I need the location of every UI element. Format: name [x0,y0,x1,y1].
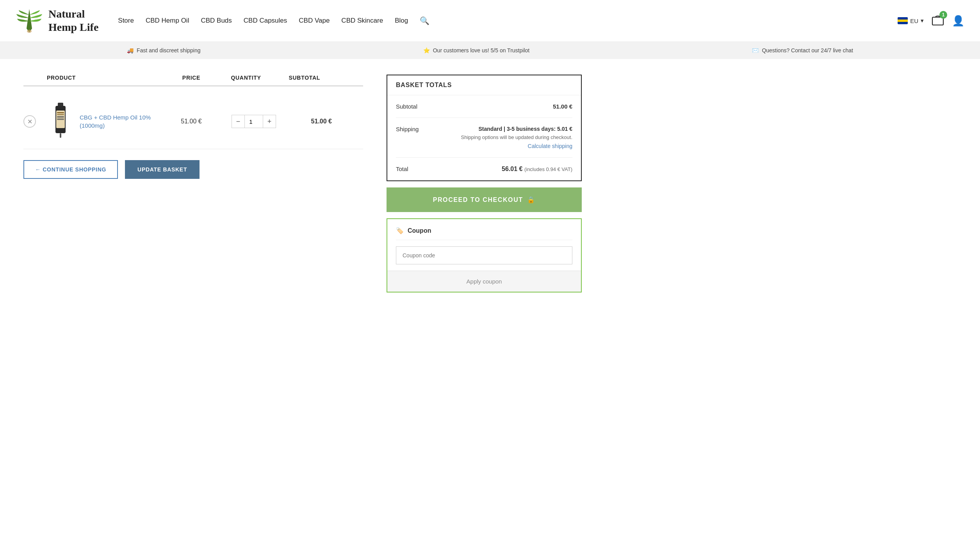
update-basket-button[interactable]: UPDATE BASKET [125,160,200,179]
main-nav: Store CBD Hemp Oil CBD Buds CBD Capsules… [118,16,898,25]
svg-rect-9 [57,118,64,118]
shipping-standard: Standard | 3-5 business days: 5.01 € [461,126,572,132]
shipping-details: Standard | 3-5 business days: 5.01 € Shi… [461,126,572,150]
logo-text: Natural Hemp Life [48,7,98,34]
cart-button[interactable]: 1 [931,13,945,29]
product-image [47,102,74,141]
shipping-label: Shipping [396,126,419,132]
coupon-code-input[interactable] [396,246,572,264]
totals-body: Subtotal 51.00 € Shipping Standard | 3-5… [387,95,581,180]
basket-totals-box: BASKET TOTALS Subtotal 51.00 € Shipping … [387,75,582,181]
nav-cbd-buds[interactable]: CBD Buds [201,17,232,25]
product-name-link[interactable]: CBG + CBD Hemp Oil 10% (1000mg) [80,113,164,130]
banner-shipping: 🚚 Fast and discreet shipping [127,47,200,54]
svg-rect-8 [57,116,64,117]
proceed-to-checkout-button[interactable]: PROCEED TO CHECKOUT 🔒 [387,187,582,212]
total-amount: 56.01 € [502,166,522,172]
total-label: Total [396,166,408,172]
nav-cbd-capsules[interactable]: CBD Capsules [244,17,287,25]
main-content: PRODUCT PRICE QUANTITY SUBTOTAL ✕ [0,59,980,308]
col-remove [23,75,47,81]
truck-icon: 🚚 [127,47,134,54]
subtotal-label: Subtotal [396,103,417,110]
coupon-title: 🏷️ Coupon [396,227,572,240]
banner-trustpilot: ⭐ Our customers love us! 5/5 on Trustpil… [423,47,529,54]
quantity-increase-button[interactable]: + [263,115,276,128]
table-row: ✕ [23,94,363,149]
col-product-header: PRODUCT [47,75,164,81]
product-subtotal: 51.00 € [289,118,336,125]
header-right: EU ▾ 1 👤 [898,13,964,29]
region-label: EU [910,18,918,24]
totals-section: BASKET TOTALS Subtotal 51.00 € Shipping … [387,75,582,292]
basket-totals-title: BASKET TOTALS [387,75,581,95]
coupon-title-text: Coupon [408,227,431,234]
tag-icon: 🏷️ [396,227,404,234]
total-row: Total 56.01 € (includes 0.94 € VAT) [396,158,572,180]
product-name-col: CBG + CBD Hemp Oil 10% (1000mg) [47,102,164,141]
coupon-box: 🏷️ Coupon Apply coupon [387,218,582,292]
product-price: 51.00 € [164,118,219,125]
svg-rect-6 [57,112,64,113]
remove-item-button[interactable]: ✕ [23,115,36,128]
col-price-header: PRICE [164,75,219,81]
checkout-btn-label: PROCEED TO CHECKOUT [433,196,523,203]
header: Natural Hemp Life Store CBD Hemp Oil CBD… [0,0,980,42]
cart-count: 1 [939,11,947,19]
banner-chat: ✉️ Questions? Contact our 24/7 live chat [752,47,853,54]
logo-icon [16,7,43,34]
region-selector[interactable]: EU ▾ [898,17,924,24]
continue-shopping-button[interactable]: ← CONTINUE SHOPPING [23,160,118,179]
user-icon[interactable]: 👤 [952,15,964,27]
cart-section: PRODUCT PRICE QUANTITY SUBTOTAL ✕ [23,75,363,179]
lock-icon: 🔒 [527,196,536,203]
cart-header: PRODUCT PRICE QUANTITY SUBTOTAL [23,75,363,86]
nav-blog[interactable]: Blog [395,17,408,25]
nav-cbd-skincare[interactable]: CBD Skincare [341,17,383,25]
nav-cbd-vape[interactable]: CBD Vape [299,17,330,25]
search-icon[interactable]: 🔍 [420,16,429,25]
subtotal-row: Subtotal 51.00 € [396,95,572,118]
logo[interactable]: Natural Hemp Life [16,7,98,34]
apply-coupon-button[interactable]: Apply coupon [387,271,581,292]
col-quantity-header: QUANTITY [219,75,273,81]
svg-point-1 [27,30,32,33]
promo-banner: 🚚 Fast and discreet shipping ⭐ Our custo… [0,42,980,59]
nav-store[interactable]: Store [118,17,134,25]
svg-rect-10 [57,119,64,120]
calculate-shipping-link[interactable]: Calculate shipping [528,143,572,149]
mail-icon: ✉️ [752,47,759,54]
shipping-note: Shipping options will be updated during … [461,134,572,140]
quantity-col: − + [219,115,289,128]
eu-flag [898,17,908,24]
star-icon: ⭐ [423,47,430,54]
chevron-down-icon: ▾ [921,17,924,24]
vat-note: (includes 0.94 € VAT) [524,166,572,172]
quantity-decrease-button[interactable]: − [232,115,245,128]
nav-cbd-hemp-oil[interactable]: CBD Hemp Oil [146,17,189,25]
shipping-row: Shipping Standard | 3-5 business days: 5… [396,118,572,158]
total-value: 56.01 € (includes 0.94 € VAT) [502,166,572,173]
svg-rect-7 [57,114,64,115]
subtotal-value: 51.00 € [553,103,572,110]
col-subtotal-header: SUBTOTAL [273,75,320,81]
cart-actions: ← CONTINUE SHOPPING UPDATE BASKET [23,160,363,179]
quantity-input[interactable] [245,115,263,128]
svg-rect-11 [60,133,61,138]
